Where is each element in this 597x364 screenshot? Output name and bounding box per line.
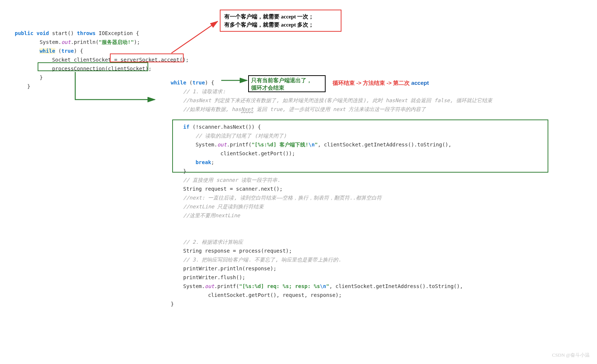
brace: ) {: [74, 48, 83, 54]
highlight-if-block: [172, 119, 548, 173]
cmt-nextline: //nextLine 只是读到换行符结束: [171, 204, 264, 209]
pw-println: printWriter.println(response);: [171, 266, 277, 271]
println-end: );: [134, 39, 140, 45]
note-accept-line1: 有一个客户端，就需要 accept 一次；: [224, 13, 314, 21]
final-args: clientSocket.getPort(), request, respons…: [171, 292, 342, 298]
cmt-hasnext: //hasNext 判定接下来还有没有数据了, 如果对端关闭连接(客户端关闭连接…: [171, 97, 492, 103]
pw-flush: printWriter.flush();: [171, 274, 245, 280]
paren: (: [55, 48, 62, 54]
cmt-calc: // 2. 根据请求计算响应: [171, 239, 243, 245]
ioexception: IOException {: [96, 30, 139, 36]
str-reqresp: "[%s:%d] req: %s; resp: %s: [239, 283, 320, 289]
out3: out: [205, 283, 214, 289]
close-brace2: }: [15, 83, 30, 89]
code-right-block: while (true) { // 1. 读取请求: //hasNext 判定接…: [171, 78, 492, 308]
highlight-accept-call: [110, 53, 184, 62]
note-accept-line2: 有多个客户端，就需要 accept 多次；: [224, 21, 314, 29]
println-mid: .println(: [71, 39, 99, 45]
note-accept-text: 有一个客户端，就需要 accept 一次； 有多个客户端，就需要 accept …: [224, 13, 314, 29]
cmt-next: //next: 一直往后读, 读到空白符结束——空格，换行，制表符，翻页符..都…: [171, 195, 382, 201]
kw-while2: while: [171, 80, 186, 86]
kw-true2: true: [192, 80, 205, 86]
resp-line: String response = process(request);: [171, 248, 292, 254]
cmt-nxet: Nxet: [241, 106, 254, 112]
cmt-hasdata-a: //如果对端有数据, has: [171, 106, 241, 112]
esc-n2: \n: [320, 283, 326, 289]
println-pre: System.: [15, 39, 61, 45]
cmt-read-req: // 1. 读取请求:: [171, 89, 226, 94]
cmt-scanner: // 直接使用 scanner 读取一段字符串.: [171, 177, 280, 183]
kw-while: while: [39, 48, 55, 54]
start-name: start(): [49, 30, 77, 36]
kw-true: true: [61, 48, 74, 54]
close-brace1: }: [15, 74, 43, 80]
while-close: }: [171, 301, 174, 307]
cmt-write: // 3. 把响应写回给客户端. 不要忘了, 响应里也是要带上换行的.: [171, 257, 341, 263]
str-server-start: "服务器启动!": [99, 39, 134, 45]
cmt-hasdata-c: 返回 true, 进一步就可以使用 next 方法来读出这一段字符串的内容了: [253, 106, 426, 112]
req-line: String request = scanner.next();: [171, 186, 282, 192]
kw-throws: throws: [77, 30, 96, 36]
kw-public-void: public void: [15, 30, 49, 36]
indent: [15, 48, 39, 54]
out-field: out: [61, 39, 70, 45]
cmt-no-nextline: //这里不要用nextLine: [171, 212, 240, 218]
highlight-process-call: [38, 62, 148, 71]
watermark: CSDN @奋斗小温: [552, 352, 590, 358]
